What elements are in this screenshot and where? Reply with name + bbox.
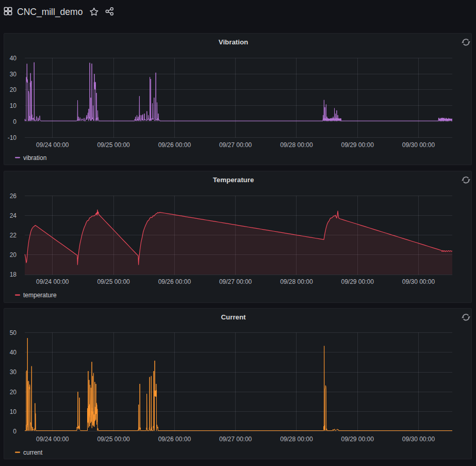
svg-text:0: 0 bbox=[13, 118, 17, 125]
svg-text:Current: Current bbox=[221, 313, 246, 321]
svg-text:09/25 00:00: 09/25 00:00 bbox=[97, 436, 130, 443]
svg-text:09/27 00:00: 09/27 00:00 bbox=[219, 436, 252, 443]
svg-text:09/26 00:00: 09/26 00:00 bbox=[158, 141, 191, 149]
svg-text:20: 20 bbox=[10, 251, 17, 259]
svg-text:40: 40 bbox=[10, 55, 17, 62]
svg-text:09/30 00:00: 09/30 00:00 bbox=[402, 141, 435, 149]
svg-text:22: 22 bbox=[10, 232, 17, 239]
svg-text:50: 50 bbox=[10, 329, 17, 336]
svg-text:09/24 00:00: 09/24 00:00 bbox=[36, 141, 69, 149]
svg-text:40: 40 bbox=[10, 349, 17, 356]
svg-text:10: 10 bbox=[10, 408, 17, 415]
svg-text:0: 0 bbox=[13, 428, 17, 435]
svg-text:Temperature: Temperature bbox=[213, 176, 254, 184]
svg-text:09/29 00:00: 09/29 00:00 bbox=[341, 278, 374, 285]
svg-text:09/28 00:00: 09/28 00:00 bbox=[280, 436, 313, 443]
svg-text:CNC_mill_demo: CNC_mill_demo bbox=[17, 7, 83, 18]
svg-text:18: 18 bbox=[10, 271, 17, 278]
svg-text:09/24 00:00: 09/24 00:00 bbox=[36, 436, 69, 443]
svg-text:24: 24 bbox=[10, 212, 17, 219]
svg-text:20: 20 bbox=[10, 389, 17, 396]
svg-text:09/25 00:00: 09/25 00:00 bbox=[97, 141, 130, 149]
svg-text:Vibration: Vibration bbox=[219, 38, 248, 46]
svg-text:temperature: temperature bbox=[23, 292, 57, 299]
svg-text:-10: -10 bbox=[8, 134, 17, 141]
svg-text:09/28 00:00: 09/28 00:00 bbox=[280, 141, 313, 149]
svg-text:09/27 00:00: 09/27 00:00 bbox=[219, 278, 252, 285]
svg-text:09/24 00:00: 09/24 00:00 bbox=[36, 278, 69, 285]
svg-text:09/29 00:00: 09/29 00:00 bbox=[341, 436, 374, 443]
svg-text:09/25 00:00: 09/25 00:00 bbox=[97, 278, 130, 285]
svg-text:10: 10 bbox=[10, 102, 17, 109]
svg-text:30: 30 bbox=[10, 368, 17, 376]
svg-text:vibration: vibration bbox=[23, 154, 46, 162]
svg-text:09/30 00:00: 09/30 00:00 bbox=[402, 278, 435, 285]
svg-text:09/27 00:00: 09/27 00:00 bbox=[219, 141, 252, 149]
svg-text:09/26 00:00: 09/26 00:00 bbox=[158, 278, 191, 285]
svg-text:09/30 00:00: 09/30 00:00 bbox=[402, 436, 435, 443]
svg-text:09/26 00:00: 09/26 00:00 bbox=[158, 436, 191, 443]
svg-text:09/29 00:00: 09/29 00:00 bbox=[341, 141, 374, 149]
svg-text:30: 30 bbox=[10, 71, 17, 78]
svg-text:20: 20 bbox=[10, 86, 17, 93]
svg-text:09/28 00:00: 09/28 00:00 bbox=[280, 278, 313, 285]
svg-text:26: 26 bbox=[10, 192, 17, 200]
svg-text:current: current bbox=[23, 449, 43, 456]
